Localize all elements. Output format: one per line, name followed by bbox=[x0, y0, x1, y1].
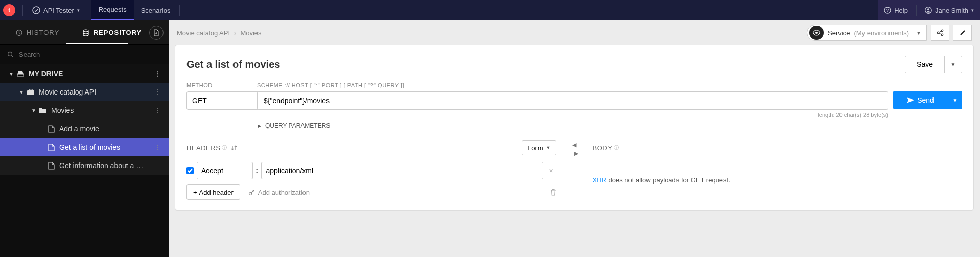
header-enabled-checkbox[interactable] bbox=[186, 167, 194, 174]
plus-icon: + bbox=[193, 189, 197, 196]
user-name: Jane Smith bbox=[935, 7, 968, 14]
tab-requests[interactable]: Requests bbox=[91, 0, 134, 20]
add-header-button[interactable]: + Add header bbox=[186, 184, 240, 200]
tab-repository[interactable]: REPOSITORY bbox=[75, 20, 149, 44]
app-logo[interactable]: t bbox=[3, 4, 15, 16]
add-authorization[interactable]: Add authorization bbox=[248, 189, 310, 196]
user-menu[interactable]: Jane Smith ▾ bbox=[919, 0, 980, 20]
info-icon[interactable]: ⓘ bbox=[222, 144, 227, 151]
header-value-input[interactable] bbox=[261, 162, 543, 179]
tree-drive[interactable]: ▼ MY DRIVE ⋮ bbox=[0, 64, 169, 83]
tree-label: Get a list of movies bbox=[59, 143, 120, 151]
tree-label: MY DRIVE bbox=[29, 69, 63, 78]
more-icon[interactable]: ⋮ bbox=[151, 69, 165, 78]
save-button[interactable]: Save bbox=[905, 56, 945, 73]
tab-label: HISTORY bbox=[27, 29, 59, 36]
folder-icon bbox=[38, 107, 48, 113]
check-circle-icon bbox=[32, 6, 40, 14]
environment-selector[interactable]: Service (My environments) ▼ bbox=[807, 25, 927, 41]
breadcrumb-item[interactable]: Movies bbox=[240, 29, 261, 37]
request-panel: Get a list of movies Save ▼ METHOD ▼ bbox=[175, 45, 974, 211]
body-message: XHR does not allow payloads for GET requ… bbox=[593, 162, 963, 184]
file-icon bbox=[46, 162, 56, 170]
save-dropdown[interactable]: ▼ bbox=[945, 56, 962, 73]
file-icon bbox=[46, 125, 56, 133]
headers-title: HEADERS bbox=[186, 144, 220, 152]
svg-point-15 bbox=[249, 192, 251, 195]
svg-point-0 bbox=[33, 7, 40, 14]
query-label: QUERY PARAMETERS bbox=[265, 122, 330, 129]
tree-folder[interactable]: ▼ Movies ⋮ bbox=[0, 101, 169, 120]
delete-header-icon[interactable]: × bbox=[546, 167, 556, 175]
svg-rect-10 bbox=[29, 89, 32, 90]
header-name-input[interactable] bbox=[197, 162, 253, 179]
top-bar: t API Tester ▾ Requests Scenarios ? Help… bbox=[0, 0, 980, 20]
edit-button[interactable] bbox=[953, 25, 972, 41]
info-icon[interactable]: ⓘ bbox=[614, 144, 619, 151]
send-icon bbox=[907, 97, 914, 103]
main-area: Movie catalog API › Movies Service (My e… bbox=[169, 20, 980, 257]
chevron-down-icon: ▼ bbox=[546, 145, 551, 150]
send-button[interactable]: Send bbox=[893, 91, 948, 109]
tree-item[interactable]: Add a movie bbox=[0, 120, 169, 138]
tree-label: Add a movie bbox=[59, 125, 99, 133]
more-icon[interactable]: ⋮ bbox=[151, 143, 165, 151]
more-icon[interactable]: ⋮ bbox=[151, 88, 165, 96]
env-label: Service bbox=[828, 29, 850, 37]
add-button[interactable] bbox=[149, 26, 164, 40]
svg-point-11 bbox=[815, 32, 818, 34]
colon: : bbox=[256, 166, 258, 175]
send-label: Send bbox=[917, 96, 934, 104]
xhr-link[interactable]: XHR bbox=[593, 176, 606, 184]
tree-item[interactable]: Get information about a … bbox=[0, 156, 169, 175]
svg-point-14 bbox=[941, 34, 943, 36]
tree-project[interactable]: ▼ Movie catalog API ⋮ bbox=[0, 83, 169, 101]
help-label: Help bbox=[894, 7, 908, 14]
sort-icon[interactable] bbox=[231, 145, 237, 151]
search-input[interactable] bbox=[19, 51, 161, 58]
tab-scenarios[interactable]: Scenarios bbox=[134, 0, 178, 20]
chevron-down-icon: ▾ bbox=[77, 8, 80, 13]
more-icon[interactable]: ⋮ bbox=[151, 106, 165, 114]
drive-icon bbox=[15, 71, 26, 77]
breadcrumb-item[interactable]: Movie catalog API bbox=[177, 29, 230, 37]
help-icon: ? bbox=[884, 7, 891, 14]
tab-history[interactable]: HISTORY bbox=[0, 20, 75, 44]
collapse-left-icon[interactable]: ◀ bbox=[572, 142, 576, 148]
chevron-down-icon: ▼ bbox=[30, 108, 38, 113]
url-length-info: length: 20 char(s) 28 byte(s) bbox=[257, 112, 888, 118]
file-icon bbox=[46, 144, 56, 151]
body-title: BODY bbox=[593, 144, 613, 152]
pencil-icon bbox=[959, 29, 966, 36]
help-link[interactable]: ? Help bbox=[878, 0, 914, 20]
chevron-down-icon: ▾ bbox=[971, 8, 974, 13]
share-icon bbox=[937, 29, 944, 36]
headers-view-select[interactable]: Form ▼ bbox=[522, 140, 556, 155]
save-group: Save ▼ bbox=[905, 56, 962, 73]
url-input[interactable] bbox=[257, 91, 888, 110]
body-text: does not allow payloads for GET request. bbox=[606, 176, 730, 184]
share-button[interactable] bbox=[931, 25, 949, 41]
svg-rect-8 bbox=[17, 74, 24, 76]
search-icon bbox=[7, 51, 14, 58]
sidebar-search[interactable] bbox=[0, 45, 169, 64]
chevron-down-icon: ▼ bbox=[7, 71, 15, 77]
divider bbox=[916, 5, 917, 16]
breadcrumb-bar: Movie catalog API › Movies Service (My e… bbox=[169, 20, 980, 45]
method-select[interactable]: ▼ bbox=[186, 91, 252, 110]
query-params-toggle[interactable]: ▸ QUERY PARAMETERS bbox=[257, 122, 888, 129]
divider bbox=[89, 5, 89, 16]
method-label: METHOD bbox=[186, 82, 252, 88]
trash-icon[interactable] bbox=[550, 189, 556, 196]
chevron-right-icon: › bbox=[234, 29, 236, 37]
url-label: SCHEME :// HOST [ ":" PORT ] [ PATH [ "?… bbox=[257, 82, 888, 88]
user-icon bbox=[925, 7, 932, 14]
app-menu[interactable]: API Tester ▾ bbox=[25, 0, 87, 20]
collapse-right-icon[interactable]: ▶ bbox=[574, 150, 578, 157]
key-icon bbox=[248, 189, 255, 196]
headers-section: HEADERS ⓘ Form ▼ : bbox=[186, 139, 567, 200]
tree-item-selected[interactable]: Get a list of movies ⋮ bbox=[0, 138, 169, 156]
document-plus-icon bbox=[153, 29, 160, 36]
send-dropdown[interactable]: ▼ bbox=[948, 91, 962, 109]
svg-point-6 bbox=[83, 30, 88, 32]
